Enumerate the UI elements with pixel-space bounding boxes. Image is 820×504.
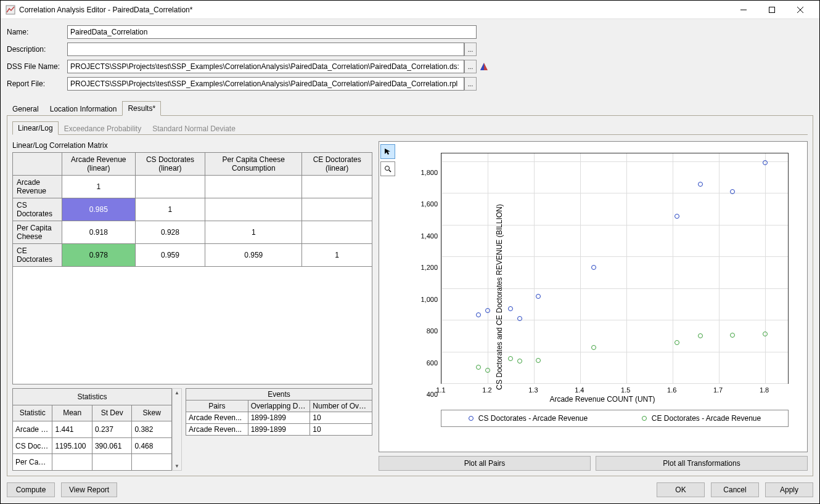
tab-location-information[interactable]: Location Information <box>44 102 123 116</box>
matrix-cell[interactable]: 0.959 <box>205 244 302 267</box>
legend-label: CE Doctorates - Arcade Revenue <box>652 414 761 423</box>
report-file-field[interactable]: PROJECTS\SSP\Projects\test\SSP_Examples\… <box>67 77 464 91</box>
matrix-col-header: CS Doctorates (linear) <box>135 153 205 176</box>
matrix-row-header: Arcade Revenue <box>13 176 62 198</box>
matrix-cell[interactable] <box>302 198 372 221</box>
x-tick-label: 1.5 <box>621 386 630 394</box>
view-report-button[interactable]: View Report <box>61 482 117 497</box>
data-point <box>674 340 679 345</box>
matrix-cell[interactable] <box>302 176 372 198</box>
data-point <box>698 182 703 187</box>
dss-file-field[interactable]: PROJECTS\SSP\Projects\test\SSP_Examples\… <box>67 60 464 73</box>
data-point <box>591 345 596 350</box>
subtab-snd[interactable]: Standard Normal Deviate <box>147 122 241 135</box>
dss-file-browse-button[interactable]: ... <box>464 60 477 73</box>
y-tick-label: 1,800 <box>407 169 438 176</box>
matrix-cell[interactable] <box>205 198 302 221</box>
x-tick-label: 1.1 <box>436 386 445 394</box>
matrix-cell[interactable]: 1 <box>135 198 205 221</box>
x-axis-label: Arcade Revenue COUNT (UNT) <box>549 395 655 404</box>
matrix-col-header: CE Doctorates (linear) <box>302 153 372 176</box>
dss-file-label: DSS File Name: <box>7 62 67 71</box>
apply-button[interactable]: Apply <box>765 482 813 497</box>
name-label: Name: <box>7 28 67 36</box>
subtabs: Linear/Log Exceedance Probability Standa… <box>12 121 808 135</box>
cancel-button[interactable]: Cancel <box>711 482 759 497</box>
svg-marker-7 <box>385 148 390 155</box>
data-point <box>476 365 481 370</box>
description-field[interactable] <box>67 43 464 56</box>
window-title: Correlation Analysis Editor - PairedData… <box>19 6 729 14</box>
data-point <box>674 214 679 219</box>
data-point <box>536 294 541 299</box>
plot-all-transformations-button[interactable]: Plot all Transformations <box>596 456 808 471</box>
svg-line-3 <box>797 7 803 13</box>
matrix-row-header: CS Doctorates <box>13 198 62 221</box>
x-tick-label: 1.6 <box>667 386 676 394</box>
data-point <box>517 359 522 364</box>
statistics-title: Statistics <box>13 389 172 405</box>
data-point <box>485 368 490 373</box>
y-tick-label: 600 <box>407 359 438 367</box>
x-tick-label: 1.4 <box>575 386 584 394</box>
y-tick-label: 1,400 <box>407 232 438 240</box>
legend-swatch-icon <box>642 416 647 421</box>
maximize-button[interactable] <box>758 1 786 19</box>
name-field[interactable]: PairedData_Correlation <box>67 25 477 39</box>
matrix-cell[interactable]: 1 <box>302 244 372 267</box>
pointer-tool-button[interactable] <box>380 144 395 159</box>
data-point <box>591 265 596 270</box>
y-tick-label: 400 <box>407 391 438 398</box>
tab-general[interactable]: General <box>7 102 44 116</box>
description-expand-button[interactable]: ... <box>464 43 477 56</box>
matrix-cell[interactable] <box>302 221 372 244</box>
matrix-cell[interactable]: 0.985 <box>62 198 136 221</box>
matrix-cell[interactable]: 1 <box>205 221 302 244</box>
scatter-plot: 4006008001,0001,2001,4001,6001,800 CS Do… <box>379 141 808 452</box>
close-button[interactable] <box>786 1 814 19</box>
data-point <box>763 331 768 336</box>
magnifier-icon <box>384 165 392 173</box>
data-point <box>485 308 490 313</box>
legend-label: CS Doctorates - Arcade Revenue <box>478 414 588 423</box>
data-point <box>476 312 481 317</box>
data-point <box>698 333 703 338</box>
x-tick-label: 1.2 <box>482 386 491 394</box>
minimize-button[interactable] <box>729 1 758 19</box>
matrix-cell[interactable]: 0.928 <box>135 221 205 244</box>
dss-histogram-icon[interactable] <box>478 60 490 73</box>
plot-all-pairs-button[interactable]: Plot all Pairs <box>379 456 591 471</box>
tab-results[interactable]: Results* <box>122 101 161 116</box>
subtab-linear-log[interactable]: Linear/Log <box>12 121 59 135</box>
matrix-title: Linear/Log Correlation Matrix <box>12 141 372 150</box>
description-label: Description: <box>7 45 67 54</box>
x-tick-label: 1.8 <box>760 386 769 394</box>
events-title: Events <box>186 389 372 400</box>
svg-marker-6 <box>480 63 484 70</box>
matrix-cell[interactable] <box>205 176 302 198</box>
scroll-up-icon: ▲ <box>174 389 179 397</box>
data-point <box>508 356 513 361</box>
matrix-cell[interactable]: 0.978 <box>62 244 136 267</box>
matrix-col-header: Arcade Revenue (linear) <box>62 153 136 176</box>
y-axis-label: CS Doctorates and CE Doctorates REVENUE … <box>495 204 504 389</box>
report-file-browse-button[interactable]: ... <box>464 77 477 91</box>
ok-button[interactable]: OK <box>657 482 705 497</box>
data-point <box>508 306 513 311</box>
statistics-table: Statistics Statistic Mean St Dev Skew Ar… <box>12 388 172 471</box>
matrix-col-header: Per Capita Cheese Consumption <box>205 153 302 176</box>
correlation-matrix-table: Arcade Revenue (linear) CS Doctorates (l… <box>12 152 372 267</box>
matrix-cell[interactable]: 0.918 <box>62 221 136 244</box>
main-tabs: General Location Information Results* <box>7 100 813 116</box>
y-tick-label: 1,600 <box>407 200 438 208</box>
stats-scrollbar[interactable]: ▲ ▼ <box>172 388 182 471</box>
svg-line-4 <box>797 7 803 13</box>
subtab-exceedance[interactable]: Exceedance Probability <box>59 122 147 135</box>
zoom-tool-button[interactable] <box>380 161 395 176</box>
scroll-down-icon: ▼ <box>174 462 179 470</box>
compute-button[interactable]: Compute <box>7 482 55 497</box>
matrix-cell[interactable]: 0.959 <box>135 244 205 267</box>
matrix-cell[interactable] <box>135 176 205 198</box>
y-tick-label: 800 <box>407 327 438 335</box>
matrix-cell[interactable]: 1 <box>62 176 136 198</box>
